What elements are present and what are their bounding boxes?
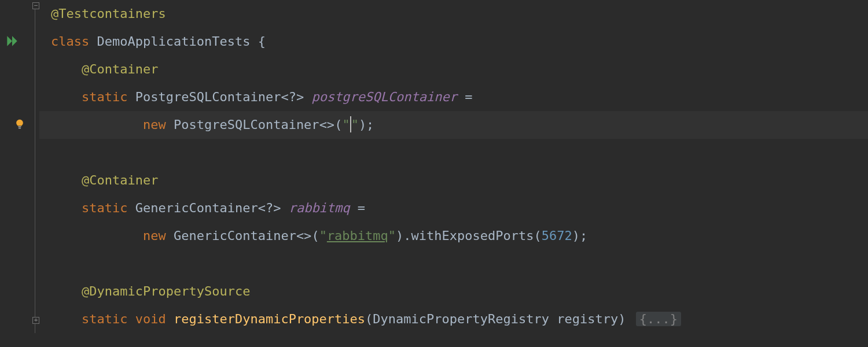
string-quote: " [388, 228, 396, 243]
field-name: postgreSQLContainer [311, 90, 457, 104]
constructor: GenericContainer [174, 228, 296, 243]
brace: { [250, 34, 266, 49]
annotation: @Container [82, 62, 158, 76]
code-line-current[interactable]: new PostgreSQLContainer<>(""); [39, 111, 868, 139]
keyword-static: static [82, 312, 127, 326]
type-name: PostgreSQLContainer [135, 90, 281, 104]
annotation: @Testcontainers [51, 6, 166, 21]
paren: ( [534, 228, 542, 243]
folded-region[interactable]: {...} [636, 312, 681, 326]
svg-rect-1 [19, 128, 21, 129]
code-line[interactable]: @Container [39, 56, 868, 83]
generic: <?> [281, 90, 304, 104]
class-name: DemoApplicationTests [97, 34, 250, 49]
type-name: GenericContainer [135, 201, 258, 215]
constructor: PostgreSQLContainer [174, 117, 319, 132]
code-area[interactable]: @Testcontainers class DemoApplicationTes… [39, 0, 868, 347]
keyword-void: void [135, 312, 166, 326]
fold-collapse-icon[interactable]: − [0, 2, 39, 9]
fold-expand-icon[interactable]: + [0, 317, 39, 324]
keyword-class: class [51, 34, 89, 49]
code-line[interactable]: @DynamicPropertySource [39, 278, 868, 305]
generic: <> [296, 228, 312, 243]
code-line[interactable]: @Container [39, 167, 868, 194]
parameter-name: registry [557, 312, 618, 326]
run-test-icon[interactable] [0, 34, 39, 49]
code-line[interactable]: static PostgreSQLContainer<?> postgreSQL… [39, 83, 868, 111]
string-quote: " [319, 228, 327, 243]
annotation: @Container [82, 173, 158, 187]
keyword-new: new [143, 228, 166, 243]
code-line[interactable]: static void registerDynamicProperties(Dy… [39, 305, 868, 333]
string-literal: rabbitmq [327, 228, 388, 243]
code-line[interactable]: new GenericContainer<>("rabbitmq").withE… [39, 222, 868, 250]
paren: ( [311, 228, 319, 243]
keyword-static: static [82, 201, 127, 215]
method-declaration: registerDynamicProperties [174, 312, 365, 326]
keyword-static: static [82, 90, 127, 104]
code-editor[interactable]: − + @Testcontainers class DemoApplicatio… [0, 0, 868, 347]
string-quote: " [342, 117, 350, 132]
code-line[interactable]: static GenericContainer<?> rabbitmq = [39, 194, 868, 222]
string-quote: " [351, 117, 359, 132]
method-call: withExposedPorts [411, 228, 534, 243]
operator: = [350, 201, 366, 215]
fold-guide-line [35, 9, 35, 333]
code-line-blank[interactable] [39, 139, 868, 167]
code-line[interactable]: @Testcontainers [39, 0, 868, 28]
paren: ( [334, 117, 342, 132]
code-line[interactable]: class DemoApplicationTests { [39, 28, 868, 56]
svg-rect-0 [19, 126, 21, 127]
paren-close: ); [572, 228, 588, 243]
keyword-new: new [143, 117, 166, 132]
type-name: DynamicPropertyRegistry [373, 312, 549, 326]
editor-gutter: − + [0, 0, 39, 347]
text-caret [350, 116, 351, 132]
code-line-blank[interactable] [39, 250, 868, 278]
generic: <> [319, 117, 335, 132]
generic: <?> [258, 201, 281, 215]
paren: ( [365, 312, 373, 326]
annotation: @DynamicPropertySource [82, 284, 250, 298]
operator: = [457, 90, 473, 104]
field-name: rabbitmq [289, 201, 350, 215]
intention-bulb-icon[interactable] [0, 119, 39, 130]
number-literal: 5672 [542, 228, 572, 243]
paren-close: ); [359, 117, 374, 132]
